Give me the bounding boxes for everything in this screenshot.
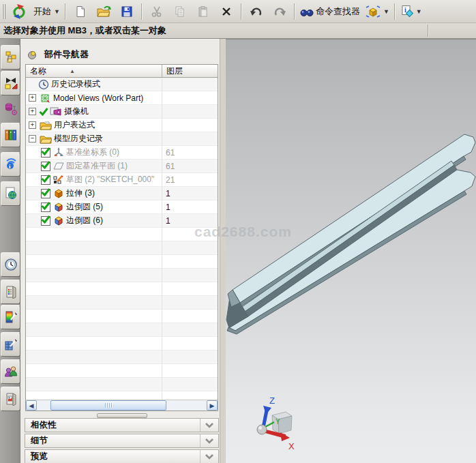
orientation-triad[interactable]: Z X Y bbox=[257, 395, 295, 451]
expand-icon[interactable]: + bbox=[29, 121, 36, 129]
expand-icon[interactable]: + bbox=[29, 108, 36, 115]
paste-button bbox=[192, 1, 215, 22]
tree-rows: 历史记录模式+Model Views (Work Part)+摄像机+用户表达式… bbox=[26, 78, 218, 228]
command-finder-button[interactable]: 命令查找器 bbox=[298, 1, 363, 22]
window-display-button[interactable]: ▼ bbox=[363, 1, 391, 22]
z-axis-arrow[interactable] bbox=[262, 406, 271, 426]
panel-resize-sash[interactable] bbox=[220, 39, 226, 463]
feature-label[interactable]: 用户表达式 bbox=[54, 119, 95, 131]
scroll-left-button[interactable]: ◀ bbox=[26, 400, 37, 410]
command-finder-label: 命令查找器 bbox=[315, 5, 361, 18]
feature-checkbox[interactable] bbox=[41, 162, 50, 171]
panel-splitter[interactable] bbox=[25, 413, 218, 417]
start-menu-label: 开始 bbox=[33, 5, 52, 18]
feature-label[interactable]: 模型历史记录 bbox=[54, 133, 103, 145]
dropdown-arrow-icon[interactable]: ▼ bbox=[383, 8, 389, 15]
new-file-button[interactable] bbox=[69, 1, 92, 22]
feature-label[interactable]: 草图 (2) "SKETCH_000" bbox=[66, 174, 154, 185]
sidebar-tab-roles[interactable] bbox=[1, 359, 20, 384]
tree-row-7[interactable]: 草图 (2) "SKETCH_000"21 bbox=[26, 173, 218, 187]
tree-row-9[interactable]: 边倒圆 (5)1 bbox=[26, 200, 218, 214]
edge-blend-icon bbox=[53, 215, 64, 226]
tree-row-1[interactable]: +Model Views (Work Part) bbox=[26, 91, 218, 105]
dropdown-arrow-icon[interactable]: ▼ bbox=[416, 8, 422, 15]
info-tool-button[interactable]: i▼ bbox=[398, 1, 424, 22]
column-header-layer[interactable]: 图层 bbox=[162, 65, 183, 77]
web-browser-icon bbox=[4, 187, 18, 200]
sidebar-tab-reuse-library[interactable] bbox=[1, 123, 20, 147]
feature-label[interactable]: 边倒圆 (6) bbox=[66, 215, 103, 226]
tree-row-10[interactable]: 边倒圆 (6)1 bbox=[26, 214, 218, 228]
expand-panel-button[interactable] bbox=[200, 434, 218, 447]
tree-row-0[interactable]: 历史记录模式 bbox=[26, 78, 218, 91]
open-file-button[interactable] bbox=[92, 1, 115, 22]
scrollbar-track[interactable] bbox=[37, 400, 207, 410]
toolbar-grip[interactable] bbox=[2, 4, 5, 19]
feature-label[interactable]: 基准坐标系 (0) bbox=[66, 147, 119, 158]
camera-icon bbox=[50, 106, 62, 117]
redo-button[interactable] bbox=[268, 1, 291, 22]
tree-column-headers: 名称 ▲ 图层 bbox=[26, 65, 218, 78]
sidebar-tab-palettes[interactable] bbox=[1, 387, 20, 411]
feature-checkbox[interactable] bbox=[41, 203, 50, 212]
expand-panel-button[interactable] bbox=[200, 419, 218, 432]
history-icon bbox=[4, 258, 18, 271]
expand-panel-button[interactable] bbox=[200, 450, 218, 463]
edge-blend-icon bbox=[53, 202, 64, 212]
tree-row-3[interactable]: +用户表达式 bbox=[26, 119, 218, 132]
feature-label[interactable]: Model Views (Work Part) bbox=[53, 93, 143, 103]
collapse-icon[interactable]: − bbox=[29, 135, 36, 143]
tree-row-4[interactable]: −模型历史记录 bbox=[26, 132, 218, 146]
feature-checkbox[interactable] bbox=[41, 148, 50, 158]
sidebar-tab-hd3d-tool[interactable]: i bbox=[1, 152, 20, 177]
delete-icon bbox=[221, 6, 232, 17]
column-header-name[interactable]: 名称 ▲ bbox=[26, 65, 162, 77]
tree-row-5[interactable]: 基准坐标系 (0)61 bbox=[26, 146, 218, 160]
horizontal-scrollbar[interactable]: ◀ ▶ bbox=[26, 400, 218, 410]
feature-checkbox[interactable] bbox=[41, 175, 50, 185]
sidebar-tab-visualization[interactable] bbox=[1, 332, 20, 357]
sidebar-tab-constraint-navigator[interactable] bbox=[1, 71, 20, 95]
dropdown-arrow-icon[interactable]: ▼ bbox=[54, 8, 60, 15]
feature-checkbox[interactable] bbox=[41, 189, 50, 198]
tree-row-2[interactable]: +摄像机 bbox=[26, 105, 218, 119]
new-file-icon bbox=[74, 5, 87, 18]
scrollbar-thumb[interactable] bbox=[50, 400, 166, 410]
binoculars-icon bbox=[300, 6, 314, 17]
extrude-icon bbox=[53, 188, 64, 198]
start-menu-button[interactable]: 开始▼ bbox=[31, 1, 62, 22]
sidebar-tab-materials[interactable] bbox=[1, 305, 20, 329]
tree-row-8[interactable]: 拉伸 (3)1 bbox=[26, 187, 218, 200]
datum-plane-icon bbox=[53, 162, 64, 170]
feature-label[interactable]: 历史记录模式 bbox=[51, 78, 100, 90]
copy-icon bbox=[174, 5, 186, 18]
save-file-button[interactable] bbox=[115, 1, 138, 22]
tree-row-6[interactable]: 固定基准平面 (1)61 bbox=[26, 160, 218, 173]
feature-label[interactable]: 拉伸 (3) bbox=[66, 188, 95, 199]
z-axis-label: Z bbox=[269, 395, 275, 406]
nx-application-window: 开始▼命令查找器▼i▼ 选择对象并使用 MB3，或者双击某一对象 i 部件导航器… bbox=[0, 0, 476, 463]
sidebar-tab-process-studio[interactable] bbox=[1, 280, 20, 304]
scroll-right-button[interactable]: ▶ bbox=[207, 400, 218, 410]
nx-logo-button[interactable] bbox=[8, 1, 31, 22]
model-views-icon bbox=[40, 93, 51, 104]
graphics-viewport[interactable]: Z X Y bbox=[226, 39, 476, 463]
sidebar-tab-assembly-navigator[interactable] bbox=[1, 45, 20, 70]
splitter-handle[interactable] bbox=[97, 413, 147, 418]
feature-checkbox[interactable] bbox=[41, 216, 50, 226]
sidebar-tab-part-navigator[interactable] bbox=[1, 97, 20, 121]
delete-button[interactable] bbox=[215, 1, 238, 22]
prompt-message: 选择对象并使用 MB3，或者双击某一对象 bbox=[0, 25, 166, 37]
feature-tree: 名称 ▲ 图层 历史记录模式+Model Views (Work Part)+摄… bbox=[25, 64, 218, 411]
svg-text:i: i bbox=[404, 6, 406, 14]
layer-value: 21 bbox=[162, 175, 218, 185]
undo-button[interactable] bbox=[245, 1, 268, 22]
feature-label[interactable]: 边倒圆 (5) bbox=[66, 201, 103, 213]
feature-label[interactable]: 摄像机 bbox=[64, 106, 89, 117]
expand-icon[interactable]: + bbox=[29, 94, 36, 102]
feature-label[interactable]: 固定基准平面 (1) bbox=[66, 160, 128, 172]
toolbar-separator bbox=[65, 3, 66, 20]
sidebar-tab-web-browser[interactable] bbox=[1, 181, 20, 206]
sidebar-tab-history[interactable] bbox=[1, 252, 20, 277]
triad-origin-sphere[interactable] bbox=[257, 425, 267, 434]
